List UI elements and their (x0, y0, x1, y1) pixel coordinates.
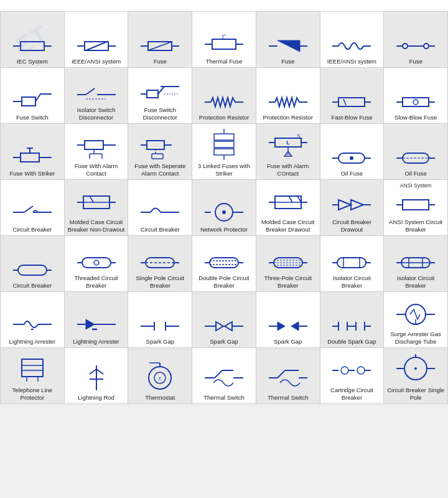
svg-line-37 (158, 87, 164, 94)
symbol-cell-22: Molded Case Circuit Breaker Non-Drawout (65, 180, 129, 236)
svg-point-212 (357, 367, 365, 374)
symbol-label-18: Fuse with Alarm COntact (258, 162, 317, 177)
symbol-label-2: Fuse (154, 58, 167, 65)
symbol-cell-40: Double Spark Gap (320, 292, 385, 348)
svg-point-210 (341, 367, 348, 374)
svg-rect-134 (210, 258, 238, 268)
svg-point-89 (350, 156, 353, 160)
symbol-icon-40 (332, 317, 371, 337)
symbol-label-32: Three-Pole Circuit Breaker (258, 275, 317, 289)
symbol-label-37: Spark Gap (146, 338, 174, 345)
svg-text:A: A (286, 152, 289, 156)
symbol-cell-21: Circuit Breaker (1, 180, 65, 236)
symbol-icon-3: t° (205, 33, 243, 57)
symbol-cell-8: Isolator Switch Disconnector (65, 68, 129, 124)
symbol-icon-14 (13, 145, 52, 169)
symbol-icon-30 (141, 253, 179, 273)
symbol-cell-2: Fuse (128, 12, 192, 68)
symbol-cell-37: Spark Gap (128, 292, 192, 348)
page-wrapper: ETIEC SystemIEEE/ANSI systemFuset°Therma… (0, 0, 448, 404)
symbol-cell-42: Telephone Line Protector (1, 348, 65, 404)
svg-point-127 (94, 260, 99, 265)
svg-marker-167 (216, 322, 223, 331)
symbol-icon-41 (396, 301, 435, 329)
svg-line-9 (148, 42, 172, 50)
symbol-cell-34: Isolator Circuit Breaker (384, 236, 448, 292)
symbol-icon-46 (269, 364, 307, 393)
symbol-label-41: Surge Arrester Gas Discharge Tube (386, 331, 446, 345)
symbol-cell-17: 3 Linked Fuses with Striker (192, 124, 256, 180)
symbol-label-4: Fuse (281, 58, 294, 65)
svg-rect-1 (21, 42, 44, 50)
svg-rect-46 (338, 98, 365, 106)
symbols-grid: ETIEC SystemIEEE/ANSI systemFuset°Therma… (0, 11, 448, 404)
svg-rect-187 (22, 359, 43, 377)
symbol-cell-4: Fuse (256, 12, 320, 68)
svg-line-5 (86, 42, 107, 50)
svg-point-23 (424, 44, 429, 49)
svg-line-48 (343, 99, 346, 105)
symbol-icon-2 (141, 37, 179, 57)
symbol-cell-28: Circuit Breaker (1, 236, 65, 292)
symbol-cell-0: ETIEC System (1, 12, 65, 68)
symbol-icon-27 (396, 194, 435, 217)
symbol-icon-22 (77, 189, 116, 217)
symbol-label-7: Fuse Switch (16, 114, 49, 121)
symbol-label-12: Fast-Blow Fuse (331, 114, 372, 121)
symbol-icon-32 (269, 253, 307, 273)
symbol-icon-6 (396, 37, 435, 57)
svg-rect-26 (22, 97, 35, 106)
symbol-cell-39: Spark Gap (256, 292, 320, 348)
symbol-label-29: Threaded Circuit Breaker (67, 275, 126, 289)
symbol-icon-0 (13, 37, 52, 57)
symbol-icon-18: LSA (269, 133, 307, 161)
symbol-cell-27: ANSI SystemANSI System Circuit Breaker (384, 180, 448, 236)
symbol-cell-12: Fast-Blow Fuse (320, 68, 385, 124)
symbol-label-46: Thermal Switch (268, 394, 308, 401)
svg-marker-117 (351, 200, 363, 210)
symbol-label-24: Network Protector (200, 226, 248, 233)
symbol-cell-43: Lightning Rod (65, 348, 129, 404)
symbol-label-25: Molded Case Circuit Breaker Drawout (258, 218, 317, 233)
symbol-icon-21 (13, 201, 52, 225)
svg-rect-145 (337, 258, 366, 268)
symbol-cell-16: Fuse with Seperate Alarm Contact (128, 124, 192, 180)
symbol-icon-38 (205, 317, 243, 337)
svg-line-101 (90, 196, 93, 202)
symbol-cell-33: Isolator Circuit Breaker (320, 236, 385, 292)
symbol-cell-3: t°Thermal Fuse (192, 12, 256, 68)
symbol-icon-7 (13, 89, 52, 113)
symbol-label-11: Protection Resistor (263, 114, 313, 121)
svg-rect-126 (82, 258, 111, 268)
symbol-label-42: Telephone Line Protector (2, 387, 62, 401)
symbol-cell-36: Lightning Arrester (65, 292, 129, 348)
svg-marker-168 (225, 322, 232, 331)
symbol-label-45: Thermal Switch (203, 394, 244, 401)
svg-point-21 (403, 44, 408, 49)
symbol-cell-10: Protection Resistor (192, 68, 256, 124)
symbol-icon-1 (77, 37, 116, 57)
symbol-label-16: Fuse with Seperate Alarm Contact (131, 162, 190, 177)
svg-line-96 (24, 206, 33, 212)
symbol-icon-16 (141, 135, 179, 161)
symbol-cell-11: Protection Resistor (256, 68, 320, 124)
symbol-label-1: IEEE/ANSI system (72, 58, 121, 65)
symbol-label-30: Single Pole Circuit Breaker (131, 275, 190, 289)
symbol-cell-31: Double Pole Circuit Breaker (192, 236, 256, 292)
symbol-cell-5: IEEE/ANSI system (320, 12, 385, 68)
svg-rect-12 (212, 39, 236, 49)
symbol-icon-17 (205, 129, 243, 161)
svg-rect-67 (147, 141, 164, 149)
symbol-label-0: IEC System (17, 58, 48, 65)
symbol-icon-8 (77, 85, 116, 105)
symbol-icon-33 (332, 253, 371, 273)
symbol-cell-18: LSAFuse with Alarm COntact (256, 124, 320, 180)
symbol-cell-26: Circuit Breaker Drawout (320, 180, 385, 236)
symbol-label-9: Fuse Switch Disconnector (131, 106, 190, 121)
symbol-cell-25: Molded Case Circuit Breaker Drawout (256, 180, 320, 236)
symbol-label-15: Fuse With Alarm Contact (67, 162, 126, 177)
svg-text:S: S (297, 133, 301, 139)
symbol-label-21: Circuit Breaker (12, 226, 52, 233)
symbol-label-38: Spark Gap (210, 338, 238, 345)
svg-line-112 (289, 196, 292, 202)
